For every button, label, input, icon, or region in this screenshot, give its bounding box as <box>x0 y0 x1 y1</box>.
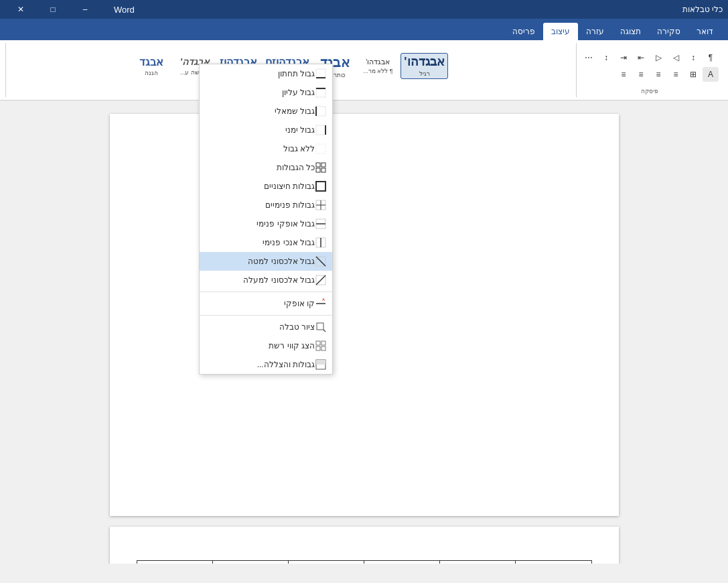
all-borders-icon <box>315 161 327 174</box>
horiz-inner-icon <box>315 218 327 230</box>
style-item-nospace[interactable]: אבגדהו' ¶ ללא מר... <box>358 56 398 76</box>
document-table[interactable] <box>137 560 592 564</box>
svg-rect-4 <box>316 107 325 116</box>
more-spacing-btn[interactable]: ⋯ <box>581 50 597 65</box>
svg-rect-28 <box>316 341 320 345</box>
item-text-diag-down: גבול אלכסוני למטה <box>205 257 315 266</box>
style-item-normal[interactable]: אבגדהו' רגיל <box>401 53 447 80</box>
borders-shading-icon <box>315 359 327 371</box>
svg-line-22 <box>316 257 325 266</box>
dropdown-item-horiz-inner[interactable]: גבול אופקי פנימי <box>200 214 332 233</box>
tab-עיצוב[interactable]: עיצוב <box>543 23 578 40</box>
dropdown-item-outer-borders[interactable]: גבולות חיצוניים <box>200 177 332 196</box>
dropdown-item-inner-borders[interactable]: גבולות פנימיים <box>200 196 332 214</box>
svg-rect-10 <box>321 163 325 167</box>
svg-line-24 <box>316 275 325 285</box>
rtl-btn[interactable]: ◁ <box>668 50 684 65</box>
show-formatting-btn[interactable]: ¶ <box>703 50 719 65</box>
table-cell[interactable] <box>137 561 212 564</box>
svg-rect-6 <box>316 125 325 135</box>
horiz-line-icon: A <box>315 298 327 310</box>
svg-rect-33 <box>316 360 325 365</box>
table-cell[interactable] <box>212 561 288 564</box>
draw-table-icon <box>315 321 327 333</box>
align-right-btn[interactable]: ≡ <box>668 67 684 82</box>
minimize-button[interactable]: – <box>70 0 100 19</box>
style-label-protect: הגנה <box>145 70 158 76</box>
svg-rect-12 <box>321 168 325 172</box>
indent-inc-btn[interactable]: ⇥ <box>615 50 632 65</box>
item-text-horiz-line: קו אופקי <box>205 299 315 308</box>
indent-dec-btn[interactable]: ⇤ <box>633 50 649 65</box>
paragraph-row-2: A ⊞ ≡ ≡ ≡ ≡ <box>581 67 719 82</box>
page-2[interactable] <box>110 527 619 564</box>
border-bottom-icon <box>315 68 327 80</box>
svg-rect-29 <box>321 341 325 345</box>
border-btn[interactable]: ⊞ <box>685 67 701 82</box>
tab-תצוגה[interactable]: תצוגה <box>612 23 649 40</box>
svg-rect-2 <box>316 88 325 97</box>
dropdown-item-no-border[interactable]: ללא גבול <box>200 139 332 158</box>
tab-דואר[interactable]: דואר <box>688 23 721 40</box>
align-center-btn[interactable]: ≡ <box>650 67 666 82</box>
tab-סקירה[interactable]: סקירה <box>649 23 688 40</box>
app-title: Word <box>114 5 135 15</box>
diag-down-icon <box>315 255 327 267</box>
item-text-inner-borders: גבולות פנימיים <box>205 200 315 210</box>
close-button[interactable]: ✕ <box>5 0 36 19</box>
style-label-normal: רגיל <box>419 70 430 77</box>
svg-rect-0 <box>316 69 325 78</box>
item-text-diag-up: גבול אלכסוני למעלה <box>205 275 315 285</box>
dropdown-item-border-right[interactable]: גבול ימני <box>200 121 332 139</box>
item-text-border-top: גבול עליון <box>205 88 315 97</box>
dropdown-item-diag-down[interactable]: גבול אלכסוני למטה <box>200 252 332 271</box>
toolbar: ¶ ↕ ◁ ▷ ⇤ ⇥ ↕ ⋯ A ⊞ ≡ ≡ ≡ ≡ פיסקה <box>0 40 728 101</box>
border-top-icon <box>315 86 327 99</box>
dropdown-item-border-left[interactable]: גבול שמאלי <box>200 102 332 121</box>
dropdown-item-show-grid[interactable]: הצג קווי רשת <box>200 336 332 355</box>
dropdown-item-all-borders[interactable]: כל הגבולות <box>200 158 332 177</box>
item-text-show-grid: הצג קווי רשת <box>205 341 315 350</box>
tab-פריסה[interactable]: פריסה <box>504 23 543 40</box>
item-text-draw-table: ציור טבלה <box>205 322 315 332</box>
item-text-border-bottom: גבול תחתון <box>205 69 315 78</box>
window-controls[interactable]: – □ ✕ <box>5 0 100 19</box>
ribbon-tabs: דואר סקירה תצוגה עזרה עיצוב פריסה <box>0 19 728 40</box>
table-cell[interactable] <box>364 561 439 564</box>
svg-rect-9 <box>316 163 320 167</box>
style-preview-nospace: אבגדהו' <box>366 58 390 66</box>
table-cell[interactable] <box>288 561 364 564</box>
dropdown-item-border-top[interactable]: גבול עליון <box>200 83 332 102</box>
style-preview-normal: אבגדהו' <box>404 55 444 70</box>
paragraph-row-1: ¶ ↕ ◁ ▷ ⇤ ⇥ ↕ ⋯ <box>581 50 719 65</box>
line-spacing-btn[interactable]: ↕ <box>598 50 614 65</box>
table-cell[interactable] <box>516 561 591 564</box>
table-cell[interactable] <box>440 561 516 564</box>
show-grid-icon <box>315 340 327 352</box>
dropdown-item-draw-table[interactable]: ציור טבלה <box>200 318 332 336</box>
dropdown-item-horiz-line[interactable]: A קו אופקי <box>200 294 332 313</box>
sort-btn[interactable]: ↕ <box>685 50 701 65</box>
item-text-border-left: גבול שמאלי <box>205 107 315 116</box>
maximize-button[interactable]: □ <box>38 0 68 19</box>
svg-rect-13 <box>316 182 325 191</box>
tab-עזרה[interactable]: עזרה <box>578 23 612 40</box>
shade-btn[interactable]: A <box>703 67 719 82</box>
dropdown-item-border-bottom[interactable]: גבול תחתון <box>200 64 332 83</box>
document-area <box>0 101 728 564</box>
style-item-protect[interactable]: אבגד הגנה <box>131 54 171 78</box>
no-border-icon <box>315 143 327 155</box>
tools-title: כלי טבלאות <box>682 5 723 14</box>
style-label-nospace: ¶ ללא מר... <box>363 68 392 74</box>
svg-rect-8 <box>316 144 325 153</box>
dropdown-item-vert-inner[interactable]: גבול אנכי פנימי <box>200 233 332 252</box>
ltr-btn[interactable]: ▷ <box>650 50 666 65</box>
align-justify-btn[interactable]: ≡ <box>615 67 632 82</box>
svg-rect-11 <box>316 168 320 172</box>
item-text-horiz-inner: גבול אופקי פנימי <box>205 219 315 229</box>
dropdown-item-borders-shading[interactable]: גבולות והצללה... <box>200 355 332 374</box>
svg-text:A: A <box>322 298 325 302</box>
align-left-btn[interactable]: ≡ <box>633 67 649 82</box>
dropdown-item-diag-up[interactable]: גבול אלכסוני למעלה <box>200 271 332 289</box>
item-text-outer-borders: גבולות חיצוניים <box>205 182 315 191</box>
